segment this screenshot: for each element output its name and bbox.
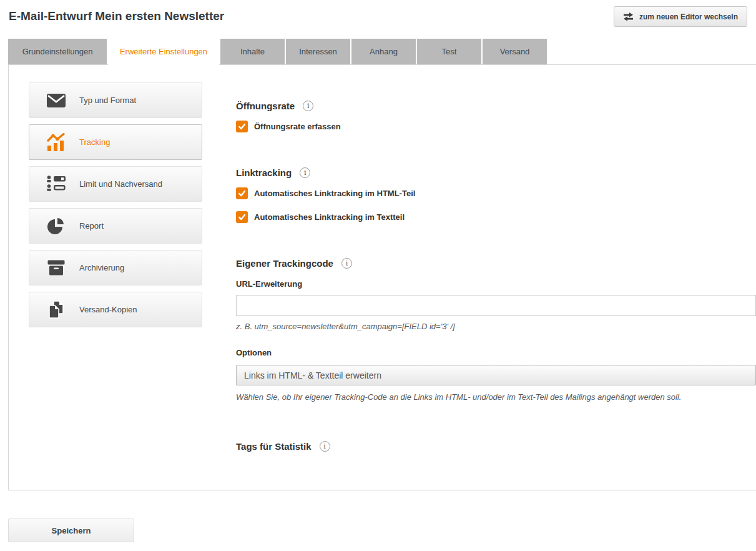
settings-panel: Typ und Format Tracking <box>8 64 756 490</box>
swap-arrows-icon <box>623 12 634 21</box>
sidebar-item-limit-und-nachversand[interactable]: Limit und Nachversand <box>29 166 202 202</box>
checkbox-oeffnungsrate-erfassen[interactable] <box>236 121 248 132</box>
sidebar-item-label: Typ und Format <box>79 96 136 105</box>
optionen-select-value: Links im HTML- & Textteil erweitern <box>244 370 381 380</box>
tab-grundeinstellungen[interactable]: Grundeinstellungen <box>8 39 107 64</box>
url-erweiterung-label: URL-Erweiterung <box>236 279 756 289</box>
tab-inhalte[interactable]: Inhalte <box>220 39 285 64</box>
sidebar-item-label: Tracking <box>79 137 110 147</box>
sidebar-item-tracking[interactable]: Tracking <box>29 124 202 160</box>
tab-test[interactable]: Test <box>417 39 481 64</box>
switch-editor-label: zum neuen Editor wechseln <box>639 12 738 21</box>
checkbox-label: Automatisches Linktracking im HTML-Teil <box>254 189 415 198</box>
checkbox-row-linktracking-html[interactable]: Automatisches Linktracking im HTML-Teil <box>236 187 756 199</box>
sidebar-item-label: Versand-Kopien <box>79 305 137 314</box>
info-icon-tags[interactable]: i <box>320 441 330 452</box>
top-bar: E-Mail-Entwurf Mein ersten Newsletter zu… <box>0 0 756 39</box>
tab-bar: Grundeinstellungen Erweiterte Einstellun… <box>8 39 756 64</box>
bar-chart-icon <box>46 133 67 151</box>
users-limit-icon <box>46 176 67 192</box>
checkbox-linktracking-html[interactable] <box>236 187 248 199</box>
sidebar-item-label: Archivierung <box>79 263 124 272</box>
sidebar-item-label: Limit und Nachversand <box>79 179 162 189</box>
section-heading: Tags für Statistik <box>236 441 312 452</box>
sidebar-item-typ-und-format[interactable]: Typ und Format <box>29 82 202 118</box>
section-oeffnungsrate: Öffnungsrate i Öffnungsrate erfassen <box>236 101 756 132</box>
checkbox-label: Öffnungsrate erfassen <box>254 122 341 131</box>
sidebar-item-archivierung[interactable]: Archivierung <box>29 250 202 285</box>
url-erweiterung-input[interactable] <box>236 295 756 316</box>
section-heading: Linktracking <box>236 167 292 178</box>
sidebar-item-versand-kopien[interactable]: Versand-Kopien <box>29 292 202 327</box>
checkbox-linktracking-text[interactable] <box>236 211 248 223</box>
sidebar-item-label: Report <box>79 221 104 231</box>
pie-chart-icon <box>46 217 67 235</box>
checkbox-label: Automatisches Linktracking im Textteil <box>254 212 405 222</box>
settings-sidebar: Typ und Format Tracking <box>29 82 202 490</box>
section-linktracking: Linktracking i Automatisches Linktrackin… <box>236 167 756 223</box>
tab-erweiterte-einstellungen[interactable]: Erweiterte Einstellungen <box>108 39 219 65</box>
optionen-select[interactable]: Links im HTML- & Textteil erweitern <box>236 365 756 385</box>
section-eigener-trackingcode: Eigener Trackingcode i URL-Erweiterung z… <box>236 258 756 402</box>
tab-anhang[interactable]: Anhang <box>351 39 416 64</box>
tracking-settings-content: Öffnungsrate i Öffnungsrate erfassen Lin… <box>236 65 756 490</box>
url-erweiterung-hint: z. B. utm_source=newsletter&utm_campaign… <box>236 322 756 331</box>
info-icon-trackingcode[interactable]: i <box>341 258 352 269</box>
section-heading: Öffnungsrate <box>236 101 295 111</box>
section-tags-fuer-statistik: Tags für Statistik i <box>236 441 756 489</box>
info-icon-linktracking[interactable]: i <box>300 167 310 178</box>
optionen-label: Optionen <box>236 348 756 357</box>
envelope-icon <box>46 94 67 107</box>
info-icon-oeffnungsrate[interactable]: i <box>303 101 313 111</box>
save-button[interactable]: Speichern <box>8 519 134 542</box>
optionen-hint: Wählen Sie, ob Ihr eigener Tracking-Code… <box>236 392 756 402</box>
sidebar-item-report[interactable]: Report <box>29 208 202 244</box>
checkbox-row-oeffnungsrate-erfassen[interactable]: Öffnungsrate erfassen <box>236 121 756 132</box>
section-heading: Eigener Trackingcode <box>236 258 333 269</box>
archive-box-icon <box>46 260 67 276</box>
tab-versand[interactable]: Versand <box>483 39 547 64</box>
switch-editor-button[interactable]: zum neuen Editor wechseln <box>614 6 747 27</box>
checkbox-row-linktracking-text[interactable]: Automatisches Linktracking im Textteil <box>236 211 756 223</box>
tab-interessen[interactable]: Interessen <box>286 39 350 64</box>
copies-icon <box>46 300 67 319</box>
